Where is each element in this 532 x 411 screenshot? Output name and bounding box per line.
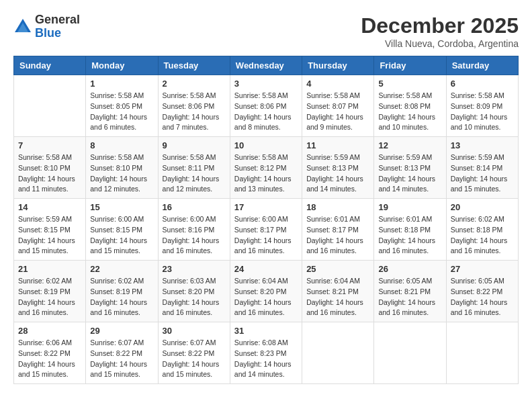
day-number: 25 (306, 264, 369, 274)
day-info: Sunrise: 6:08 AMSunset: 8:23 PMDaylight:… (234, 338, 298, 380)
day-info: Sunrise: 5:58 AMSunset: 8:06 PMDaylight:… (163, 91, 226, 133)
day-info: Sunrise: 5:59 AMSunset: 8:13 PMDaylight:… (306, 152, 369, 195)
day-info: Sunrise: 6:04 AMSunset: 8:20 PMDaylight:… (234, 276, 298, 318)
day-number: 19 (378, 202, 441, 212)
day-number: 18 (306, 202, 369, 212)
day-info: Sunrise: 6:01 AMSunset: 8:18 PMDaylight:… (378, 214, 441, 257)
day-info: Sunrise: 5:58 AMSunset: 8:08 PMDaylight:… (378, 91, 441, 133)
day-number: 7 (18, 140, 81, 150)
calendar-cell: 23Sunrise: 6:03 AMSunset: 8:20 PMDayligh… (158, 261, 230, 322)
day-number: 8 (90, 140, 153, 150)
calendar-cell: 1Sunrise: 5:58 AMSunset: 8:05 PMDaylight… (86, 75, 158, 137)
calendar-cell: 18Sunrise: 6:01 AMSunset: 8:17 PMDayligh… (302, 199, 374, 261)
calendar-cell: 13Sunrise: 5:59 AMSunset: 8:14 PMDayligh… (446, 137, 518, 199)
calendar-cell (14, 75, 86, 137)
day-info: Sunrise: 6:03 AMSunset: 8:20 PMDaylight:… (163, 276, 226, 318)
day-info: Sunrise: 5:59 AMSunset: 8:15 PMDaylight:… (18, 214, 81, 257)
weekday-header-friday: Friday (374, 56, 446, 75)
logo: General Blue (13, 13, 80, 40)
logo-blue-text: Blue (35, 27, 80, 40)
calendar-cell: 4Sunrise: 5:58 AMSunset: 8:07 PMDaylight… (302, 75, 374, 137)
day-number: 23 (163, 264, 226, 274)
day-number: 28 (18, 326, 81, 336)
day-info: Sunrise: 6:05 AMSunset: 8:22 PMDaylight:… (451, 276, 514, 318)
calendar-cell: 5Sunrise: 5:58 AMSunset: 8:08 PMDaylight… (374, 75, 446, 137)
calendar-table: SundayMondayTuesdayWednesdayThursdayFrid… (13, 56, 519, 384)
day-number: 21 (18, 264, 81, 274)
day-number: 30 (163, 326, 226, 336)
calendar-cell: 19Sunrise: 6:01 AMSunset: 8:18 PMDayligh… (374, 199, 446, 261)
page-header: General Blue December 2025 Villa Nueva, … (13, 13, 519, 49)
day-number: 1 (90, 79, 153, 89)
day-number: 29 (90, 326, 153, 336)
calendar-cell (302, 322, 374, 384)
day-info: Sunrise: 5:58 AMSunset: 8:06 PMDaylight:… (234, 91, 298, 133)
calendar-cell: 25Sunrise: 6:04 AMSunset: 8:21 PMDayligh… (302, 261, 374, 322)
calendar-cell: 9Sunrise: 5:58 AMSunset: 8:11 PMDaylight… (158, 137, 230, 199)
day-info: Sunrise: 5:58 AMSunset: 8:07 PMDaylight:… (306, 91, 369, 133)
calendar-cell: 21Sunrise: 6:02 AMSunset: 8:19 PMDayligh… (14, 261, 86, 322)
day-number: 11 (306, 140, 369, 150)
day-number: 6 (451, 79, 514, 89)
calendar-cell: 11Sunrise: 5:59 AMSunset: 8:13 PMDayligh… (302, 137, 374, 199)
title-section: December 2025 Villa Nueva, Cordoba, Arge… (361, 13, 519, 49)
day-number: 10 (234, 140, 298, 150)
calendar-cell: 7Sunrise: 5:58 AMSunset: 8:10 PMDaylight… (14, 137, 86, 199)
calendar-week-row: 7Sunrise: 5:58 AMSunset: 8:10 PMDaylight… (14, 137, 519, 199)
calendar-cell: 20Sunrise: 6:02 AMSunset: 8:18 PMDayligh… (446, 199, 518, 261)
day-number: 27 (451, 264, 514, 274)
calendar-cell: 28Sunrise: 6:06 AMSunset: 8:22 PMDayligh… (14, 322, 86, 384)
calendar-cell: 6Sunrise: 5:58 AMSunset: 8:09 PMDaylight… (446, 75, 518, 137)
day-info: Sunrise: 6:00 AMSunset: 8:15 PMDaylight:… (90, 214, 153, 257)
day-number: 15 (90, 202, 153, 212)
logo-icon (13, 17, 32, 36)
calendar-cell: 29Sunrise: 6:07 AMSunset: 8:22 PMDayligh… (86, 322, 158, 384)
day-number: 22 (90, 264, 153, 274)
calendar-cell: 8Sunrise: 5:58 AMSunset: 8:10 PMDaylight… (86, 137, 158, 199)
weekday-header-sunday: Sunday (14, 56, 86, 75)
day-info: Sunrise: 6:00 AMSunset: 8:17 PMDaylight:… (234, 214, 298, 257)
weekday-header-thursday: Thursday (302, 56, 374, 75)
day-info: Sunrise: 6:07 AMSunset: 8:22 PMDaylight:… (163, 338, 226, 380)
calendar-cell: 24Sunrise: 6:04 AMSunset: 8:20 PMDayligh… (230, 261, 302, 322)
calendar-cell: 14Sunrise: 5:59 AMSunset: 8:15 PMDayligh… (14, 199, 86, 261)
day-info: Sunrise: 5:58 AMSunset: 8:10 PMDaylight:… (18, 152, 81, 195)
day-info: Sunrise: 6:04 AMSunset: 8:21 PMDaylight:… (306, 276, 369, 318)
calendar-cell: 3Sunrise: 5:58 AMSunset: 8:06 PMDaylight… (230, 75, 302, 137)
day-number: 9 (163, 140, 226, 150)
day-number: 5 (378, 79, 441, 89)
calendar-cell: 30Sunrise: 6:07 AMSunset: 8:22 PMDayligh… (158, 322, 230, 384)
weekday-header-tuesday: Tuesday (158, 56, 230, 75)
day-info: Sunrise: 5:58 AMSunset: 8:05 PMDaylight:… (90, 91, 153, 133)
day-info: Sunrise: 5:58 AMSunset: 8:10 PMDaylight:… (90, 152, 153, 195)
day-info: Sunrise: 5:58 AMSunset: 8:12 PMDaylight:… (234, 152, 298, 195)
day-number: 17 (234, 202, 298, 212)
day-info: Sunrise: 6:02 AMSunset: 8:19 PMDaylight:… (90, 276, 153, 318)
calendar-cell: 31Sunrise: 6:08 AMSunset: 8:23 PMDayligh… (230, 322, 302, 384)
location-subtitle: Villa Nueva, Cordoba, Argentina (361, 38, 519, 49)
calendar-cell: 26Sunrise: 6:05 AMSunset: 8:21 PMDayligh… (374, 261, 446, 322)
day-info: Sunrise: 6:02 AMSunset: 8:19 PMDaylight:… (18, 276, 81, 318)
calendar-week-row: 28Sunrise: 6:06 AMSunset: 8:22 PMDayligh… (14, 322, 519, 384)
calendar-cell: 27Sunrise: 6:05 AMSunset: 8:22 PMDayligh… (446, 261, 518, 322)
day-info: Sunrise: 5:58 AMSunset: 8:11 PMDaylight:… (163, 152, 226, 195)
day-info: Sunrise: 6:00 AMSunset: 8:16 PMDaylight:… (163, 214, 226, 257)
day-info: Sunrise: 5:59 AMSunset: 8:14 PMDaylight:… (451, 152, 514, 195)
month-title: December 2025 (361, 13, 519, 38)
calendar-cell: 2Sunrise: 5:58 AMSunset: 8:06 PMDaylight… (158, 75, 230, 137)
weekday-header-saturday: Saturday (446, 56, 518, 75)
day-number: 3 (234, 79, 298, 89)
day-info: Sunrise: 6:06 AMSunset: 8:22 PMDaylight:… (18, 338, 81, 380)
day-number: 4 (306, 79, 369, 89)
day-number: 2 (163, 79, 226, 89)
logo-general-text: General (35, 13, 80, 27)
day-number: 14 (18, 202, 81, 212)
day-info: Sunrise: 6:05 AMSunset: 8:21 PMDaylight:… (378, 276, 441, 318)
calendar-cell: 17Sunrise: 6:00 AMSunset: 8:17 PMDayligh… (230, 199, 302, 261)
weekday-header-row: SundayMondayTuesdayWednesdayThursdayFrid… (14, 56, 519, 75)
calendar-cell: 16Sunrise: 6:00 AMSunset: 8:16 PMDayligh… (158, 199, 230, 261)
weekday-header-monday: Monday (86, 56, 158, 75)
calendar-cell (446, 322, 518, 384)
calendar-week-row: 14Sunrise: 5:59 AMSunset: 8:15 PMDayligh… (14, 199, 519, 261)
day-number: 13 (451, 140, 514, 150)
